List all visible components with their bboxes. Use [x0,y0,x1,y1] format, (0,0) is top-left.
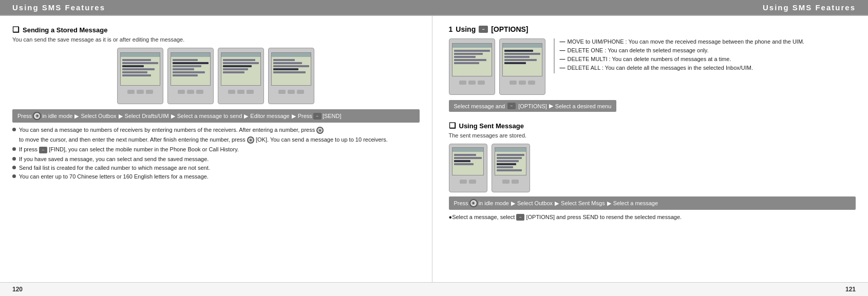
bullet-dot-2 [12,147,16,151]
key [459,81,466,85]
right-keypad-1 [449,81,495,85]
sent-instr-outbox: Select Outbox [517,200,553,206]
sent-note-text: ●Select a message, select [449,214,515,220]
screen-line [454,62,479,64]
page-num-left: 120 [12,286,23,293]
screen-line [273,62,302,64]
section1-number: 1 [449,25,453,33]
sent-phone-1 [449,144,487,192]
option-item-3: — DELETE MULTI : You can delete numbers … [560,56,856,62]
option-item-1: — MOVE to UIM/PHONE : You can move the r… [560,38,856,45]
key [297,90,304,94]
sent-phone-images [449,144,856,192]
screen-header-2 [171,53,210,57]
key [137,90,144,94]
phone-image-2 [167,48,214,104]
header-left-title: Using SMS Features [12,3,105,12]
left-column: ❑ Sending a Stored Message You can send … [0,16,432,282]
right-section-1: 1 Using − [OPTIONS] [449,25,856,116]
select-bar-arrow: ▶ [549,103,553,109]
right-phone-group-1 [449,38,545,95]
option-text-1: MOVE to UIM/PHONE : You can move the rec… [568,38,805,45]
screen-line [504,59,537,61]
key [146,90,153,94]
screen-line [273,71,306,73]
screen-line [273,65,309,67]
phone-screen-2 [171,52,211,86]
screen-line [173,62,209,64]
bullet-item-1: You can send a message to numbers of rec… [12,127,420,134]
screen-line [497,163,516,165]
screen-line [122,68,155,70]
screen-line [223,71,244,73]
phone-image-1 [117,48,163,104]
send-box-icon: − [313,113,322,120]
sent-instr-select: Select a message [613,200,658,206]
screen-line [454,59,486,61]
screen-line [122,74,151,76]
right-screen-1 [452,43,492,76]
key [528,81,535,85]
key [512,180,519,184]
screen-line [454,163,474,165]
bullet-dot-4 [12,166,16,169]
sent-screen-1 [452,147,484,175]
page-wrapper: Using SMS Features Using SMS Features ❑ … [0,0,868,296]
key [460,180,467,184]
select-bar-text: Select message and [454,103,505,109]
screen-line [497,160,519,162]
sent-keypad-1 [449,180,487,184]
arrow-5: ▶ [292,113,296,120]
screen-line [223,68,248,70]
phone-screen-4 [271,52,311,86]
sent-note: ●Select a message, select − [OPTIONS] an… [449,214,856,221]
key [288,90,295,94]
option-text-4: DELETE ALL : You can delete all the mess… [568,65,753,71]
key [478,81,485,85]
screen-body-1 [121,58,160,78]
screen-line [173,74,198,76]
right-phone-images-1: — MOVE to UIM/PHONE : You can move the r… [449,38,856,95]
screen-line [173,59,198,61]
bullet-text-3: If you have saved a message, you can sel… [19,156,209,162]
key [247,90,254,94]
key [469,180,476,184]
screen-header-3 [221,53,260,57]
instr-select-msg: Select a message to send [177,113,242,119]
instr-press-1: Press [17,113,32,119]
phone-image-3 [218,48,264,104]
instr-select-drafts: Select Drafts/UIM [125,113,169,119]
instr-press-2: Press [298,113,312,119]
screen-line [223,62,259,64]
screen-line [497,157,522,159]
bullet-text-1: You can send a message to numbers of rec… [19,127,324,134]
screen-body-3 [221,58,260,75]
sent-screen-body-1 [452,153,483,167]
key [178,90,185,94]
left-phone-images [12,48,420,104]
arrow-4: ▶ [244,113,248,120]
screen-line [454,56,476,58]
screen-line [454,53,483,55]
phone-keypad-1 [118,90,163,94]
right-screen-2 [502,43,542,76]
option-item-2: — DELETE ONE : You can delete th seleted… [560,47,856,53]
screen-header-1 [121,53,160,57]
screen-line [504,50,533,52]
key [502,180,510,184]
left-bullets: You can send a message to numbers of rec… [12,127,420,180]
options-icon: − [479,26,488,33]
bullet-text-1b: to move the cursor, and then enter the n… [19,136,388,144]
section1-using-label: Using [456,25,476,33]
rscreen-header-2 [503,44,542,48]
options-box-icon: − [507,103,516,109]
sent-section-heading: Using Sent Message [459,122,524,130]
screen-line [122,62,158,64]
sent-arrow-3: ▶ [607,200,611,207]
rscreen-body-2 [503,49,542,66]
key [196,90,203,94]
select-bar-options: [OPTIONS] [518,103,547,109]
phone-screen-3 [221,52,261,86]
screen-header-4 [272,53,311,57]
key [187,90,194,94]
